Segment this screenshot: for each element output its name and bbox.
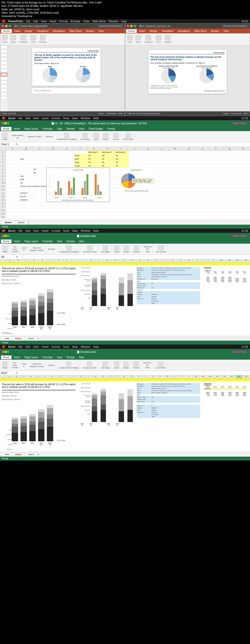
menu-window[interactable]: Window — [81, 117, 90, 120]
paragraph-group[interactable]: Paragraph — [144, 35, 153, 43]
search-input[interactable]: Search in Presentation — [97, 24, 123, 28]
format-cells-button[interactable]: Format — [132, 246, 140, 253]
menu-help[interactable]: Help — [93, 117, 99, 120]
tab-design[interactable]: Design — [23, 29, 34, 33]
tab-transitions[interactable]: Transitions — [35, 29, 51, 33]
insert-cells-button[interactable]: Insert — [113, 246, 120, 253]
tab-slideshow[interactable]: Slide Show — [67, 29, 83, 33]
search-input[interactable]: Search Sheet — [231, 350, 248, 353]
cell-styles-button[interactable]: Cell Styles — [100, 362, 111, 369]
status-notes[interactable]: Notes — [223, 112, 229, 115]
cond-format-button[interactable]: Conditional Formatting — [56, 133, 77, 140]
minimize-icon[interactable] — [5, 351, 7, 353]
tab-formulas[interactable]: Formulas — [41, 127, 55, 130]
tab-insert[interactable]: Insert — [12, 240, 22, 243]
add-sheet-button[interactable]: + — [28, 221, 29, 224]
close-icon[interactable] — [127, 25, 129, 27]
insert-button[interactable]: Insert — [156, 35, 161, 43]
font-selector[interactable]: Arial8 — [21, 363, 27, 368]
tab-review[interactable]: Review — [209, 29, 221, 33]
delete-cells-button[interactable]: Delete — [102, 133, 110, 140]
thumbnail-panel[interactable] — [0, 45, 8, 111]
tab-view[interactable]: View — [77, 127, 86, 130]
apple-icon[interactable]: 🍎 — [2, 20, 5, 23]
font-selector[interactable]: Arial8 — [21, 247, 27, 252]
clipboard-group[interactable]: CutCopyFormat — [11, 362, 19, 369]
tab-review[interactable]: Review — [65, 240, 77, 243]
tab-animations[interactable]: Animations — [51, 29, 67, 33]
worksheet[interactable]: A BCDEFGHIJKLMNOPQR 1Merchant 1Merchant … — [0, 147, 250, 220]
selected-column[interactable]: AG — [235, 375, 243, 378]
sheet-tab-note[interactable]: Note — [2, 452, 12, 456]
delete-cells-button[interactable]: Delete — [122, 362, 130, 369]
tab-home[interactable]: Home — [1, 127, 12, 130]
app-name[interactable]: Excel — [8, 345, 15, 348]
tab-format[interactable]: Format — [105, 127, 117, 130]
sheet-tab-note[interactable]: Note — [2, 336, 12, 340]
menu-data[interactable]: Data — [72, 117, 78, 120]
menu-insert[interactable]: Insert — [42, 117, 49, 120]
cond-format-button[interactable]: Conditional Formatting — [58, 362, 80, 369]
apple-icon[interactable]: 🍎 — [2, 345, 5, 348]
column-headers[interactable]: ABCDEFGHIJKLMNOPQRSTUVWXYZAAABACAD — [0, 259, 250, 263]
drawing-button[interactable]: Drawing — [164, 35, 171, 43]
col-header[interactable]: A — [6, 147, 20, 150]
search-input[interactable]: Search Sheet — [231, 234, 248, 237]
paste-button[interactable]: Paste — [2, 35, 8, 43]
tab-data[interactable]: Data — [55, 240, 64, 243]
maximize-icon[interactable] — [7, 235, 9, 237]
sheet-tab-figure[interactable]: Figure — [13, 336, 25, 340]
menu-tools[interactable]: Tools — [83, 20, 89, 23]
sheet-tab-chart1[interactable]: Chart1 — [25, 452, 37, 456]
slides-button[interactable]: Slides — [136, 35, 141, 43]
font-selector[interactable]: Calibri (Body)10 — [11, 134, 24, 139]
tab-view[interactable]: View — [96, 29, 106, 33]
status-comments[interactable]: Comments — [231, 112, 241, 115]
menu-arrange[interactable]: Arrange — [71, 20, 80, 23]
sort-filter-button[interactable]: Sort & Filter — [155, 246, 167, 253]
drawing-button[interactable]: Drawing — [39, 35, 46, 43]
minimize-icon[interactable] — [5, 235, 7, 237]
apple-icon[interactable]: 🍎 — [2, 229, 5, 232]
tab-page-layout[interactable]: Page Layout — [23, 127, 40, 130]
sheet-tab-chart1[interactable]: Chart1 — [25, 336, 37, 340]
fx-icon[interactable]: fx — [15, 256, 20, 258]
sheet-tab-1[interactable]: Sheet1 — [2, 220, 15, 224]
editing-group[interactable]: AutoSumFillClear — [142, 362, 153, 369]
figure-area[interactable]: Planned net sales in 2014 will increase … — [0, 381, 250, 452]
menu-format[interactable]: Format — [52, 117, 60, 120]
config-panel[interactable]: Message 1Planned net sales in 2014 will … — [137, 267, 200, 334]
tab-slideshow[interactable]: Slide Show — [192, 29, 208, 33]
menu-window[interactable]: Window — [109, 20, 118, 23]
slide-canvas[interactable]: Roland Berger The two most important ban… — [149, 50, 226, 94]
tab-home[interactable]: Home — [1, 356, 12, 359]
tab-insert[interactable]: Insert — [137, 29, 147, 33]
insert-cells-button[interactable]: Insert — [113, 362, 120, 369]
divider-highlight[interactable]: Divide/me — [204, 388, 248, 390]
tab-home[interactable]: Home — [126, 29, 137, 33]
paste-button[interactable]: Paste — [2, 246, 9, 253]
close-icon[interactable] — [2, 25, 4, 27]
cut-button[interactable]: CutCopyFormat — [11, 246, 19, 253]
number-format[interactable]: General — [44, 136, 53, 138]
minimize-icon[interactable] — [5, 122, 7, 124]
pie-chart[interactable]: Merchant 1 Series "Merchant 1" Point "So… — [120, 168, 154, 192]
search-input[interactable]: Search in Presentation — [222, 24, 248, 28]
tab-transitions[interactable]: Transitions — [160, 29, 176, 33]
close-icon[interactable] — [2, 235, 5, 237]
status-zoom[interactable]: 86% — [243, 112, 248, 115]
delete-cells-button[interactable]: Delete — [122, 246, 130, 253]
sort-filter-button[interactable]: Sort & Filter — [155, 362, 167, 369]
maximize-icon[interactable] — [9, 25, 11, 27]
column-headers[interactable]: ABCDEFGHIJKLMNOPQRSTUVWXYZAAABACADAEAFAG… — [0, 375, 250, 379]
figure-area[interactable]: Planned net sales in 2014 will increase … — [0, 265, 250, 336]
data-table[interactable]: Data/text Categories 2010201120122013201… — [204, 267, 248, 334]
menu-view[interactable]: View — [41, 20, 47, 23]
tab-formulas[interactable]: Formulas — [41, 240, 55, 243]
fx-icon[interactable]: fx — [15, 143, 20, 146]
minimize-icon[interactable] — [130, 25, 133, 27]
menu-insert[interactable]: Insert — [50, 20, 56, 23]
close-icon[interactable] — [2, 351, 5, 353]
name-box[interactable]: AG23 — [0, 372, 15, 374]
status-comments[interactable]: Comments — [106, 112, 116, 115]
